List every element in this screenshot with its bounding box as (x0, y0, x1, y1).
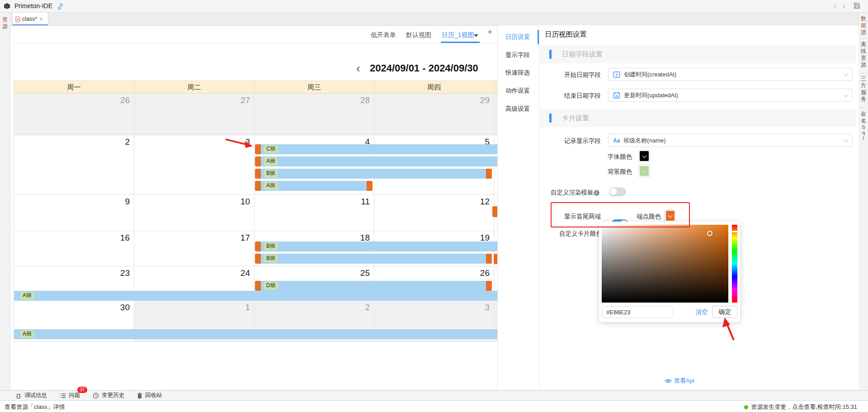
bg-color-swatch[interactable] (638, 165, 650, 177)
show-endpoints-label: 显示首尾两端 (564, 213, 601, 221)
settings-menu-日历设置[interactable]: 日历设置 (497, 31, 538, 43)
event-bar[interactable]: A班 (14, 329, 498, 339)
date-label: 29 (480, 95, 490, 105)
start-field-select[interactable]: T 创建时间(createdAt) (608, 68, 853, 81)
event-bar[interactable]: A班 (14, 291, 498, 301)
event-bar[interactable]: A班 (255, 181, 373, 191)
end-field-label: 结束日期字段 (564, 92, 601, 100)
event-label: A班 (20, 330, 34, 338)
toolbar-问题[interactable]: 问题37 (60, 392, 80, 399)
toolbar-label: 变更历史 (102, 392, 124, 399)
date-label: 3 (485, 303, 490, 313)
info-icon[interactable] (594, 190, 599, 196)
settings-menu-高级设置[interactable]: 高级设置 (497, 103, 538, 115)
event-endpoint-cap (255, 144, 261, 154)
date-label: 2 (125, 137, 130, 147)
event-label: B班 (264, 255, 278, 262)
add-view-button[interactable]: + (487, 27, 492, 37)
rail-item-命名Sql[interactable]: 命名Sql (859, 111, 868, 141)
status-right[interactable]: 资源发生变更，点击查看,检查时间:15:31 (744, 403, 857, 411)
font-color-swatch[interactable] (638, 150, 650, 162)
end-field-select[interactable]: 31 更新时间(updatedAt) (608, 89, 853, 102)
rail-item-三方服务[interactable]: 三方服务 (859, 76, 868, 103)
date-label: 27 (241, 95, 250, 105)
nav-back-icon[interactable]: ‹ (831, 2, 839, 9)
settings-menu-divider (539, 25, 539, 400)
calendar-cell[interactable]: 10 (134, 195, 255, 231)
rail-item-离线资源[interactable]: 离线资源 (859, 41, 868, 68)
settings-panel-title: 日历视图设置 (545, 30, 587, 39)
event-label: B班 (264, 170, 278, 177)
calendar-cell[interactable]: 11 (255, 195, 374, 231)
calendar-cell[interactable]: 2 (14, 135, 134, 195)
date-label: 26 (120, 95, 130, 105)
view-api-link[interactable]: 查看Api (665, 377, 694, 385)
rail-item-数据源[interactable]: 数据源 (859, 15, 868, 36)
calendar-cell[interactable]: 9 (14, 195, 134, 231)
event-label: D班 (264, 282, 278, 289)
link-icon[interactable] (57, 3, 64, 10)
tab-class[interactable]: class* × (12, 13, 48, 25)
calendar-cell[interactable]: 29 (374, 94, 494, 135)
event-label: A班 (20, 292, 34, 299)
confirm-button[interactable]: 确定 (712, 306, 738, 318)
nav-forward-icon[interactable]: › (840, 2, 848, 9)
calendar-cell[interactable]: 17 (134, 231, 255, 266)
date-label: 12 (480, 197, 490, 207)
eye-icon (665, 379, 672, 384)
saturation-area[interactable] (602, 225, 728, 303)
status-right-text: 资源发生变更，点击查看,检查时间:15:31 (751, 403, 857, 411)
event-bar[interactable]: B班 (255, 169, 492, 179)
clock-icon (93, 393, 99, 399)
date-label: 1 (245, 303, 250, 313)
settings-menu-显示字段[interactable]: 显示字段 (497, 49, 538, 62)
record-field-select[interactable]: Aa 班级名称(name) (608, 134, 853, 147)
calendar-cell[interactable]: 27 (134, 94, 255, 135)
event-bar[interactable]: A班 (255, 156, 498, 166)
calendar-cell[interactable]: 28 (255, 94, 374, 135)
text-field-icon: Aa (613, 137, 620, 144)
event-bar[interactable]: D班 (255, 281, 492, 291)
settings-menu-动作设置[interactable]: 动作设置 (497, 85, 538, 97)
clear-button[interactable]: 清空 (695, 308, 708, 317)
settings-menu-快速筛选[interactable]: 快速筛选 (497, 66, 538, 79)
tab-label: class* (22, 16, 37, 22)
view-tab-日历_1视图[interactable]: 日历_1视图 (442, 28, 474, 42)
event-endpoint-cap (255, 254, 261, 264)
tab-active-underline (13, 24, 48, 25)
toolbar-变更历史[interactable]: 变更历史 (93, 392, 124, 399)
toolbar-回收站[interactable]: 回收站 (137, 392, 162, 399)
event-bar[interactable]: B班 (255, 242, 498, 251)
calendar-cell[interactable]: 26 (14, 94, 134, 135)
rail-item-资源[interactable]: 资源 (0, 16, 10, 30)
hue-slider[interactable] (732, 225, 737, 303)
view-tab-默认视图[interactable]: 默认视图 (406, 28, 431, 42)
event-bar[interactable]: C班 (255, 144, 498, 154)
record-field-label: 记录显示字段 (564, 137, 601, 145)
event-bar[interactable]: B班 (255, 254, 492, 264)
calendar-cell[interactable]: 16 (14, 231, 134, 266)
view-tab-低开表单[interactable]: 低开表单 (371, 28, 396, 42)
chevron-down-icon[interactable] (474, 34, 478, 37)
status-left-text[interactable]: 查看资源「class」详情 (5, 403, 65, 411)
hue-handle[interactable] (731, 231, 738, 232)
event-label: C班 (264, 145, 278, 153)
calendar-cell[interactable]: 12 (374, 195, 494, 231)
hex-color-input[interactable] (602, 306, 673, 318)
toolbar-label: 问题 (69, 392, 80, 399)
endpoint-color-swatch[interactable] (665, 209, 676, 222)
saturation-marker[interactable] (707, 231, 712, 236)
list-icon (60, 393, 66, 398)
day-header-周一: 周一 (14, 81, 134, 94)
calendar-prev-button[interactable]: ‹ (356, 62, 360, 76)
calendar-cell[interactable]: 3 (134, 135, 255, 195)
toolbar-label: 调试信息 (24, 392, 47, 399)
tab-close-icon[interactable]: × (39, 16, 43, 23)
date-label: 2 (365, 303, 370, 313)
event-label: A班 (264, 157, 278, 165)
toolbar-调试信息[interactable]: 调试信息 (15, 392, 47, 399)
chevron-down-icon (843, 92, 848, 97)
custom-template-toggle[interactable] (609, 187, 626, 196)
save-icon[interactable] (854, 2, 860, 9)
view-toolbar-divider (12, 43, 497, 43)
